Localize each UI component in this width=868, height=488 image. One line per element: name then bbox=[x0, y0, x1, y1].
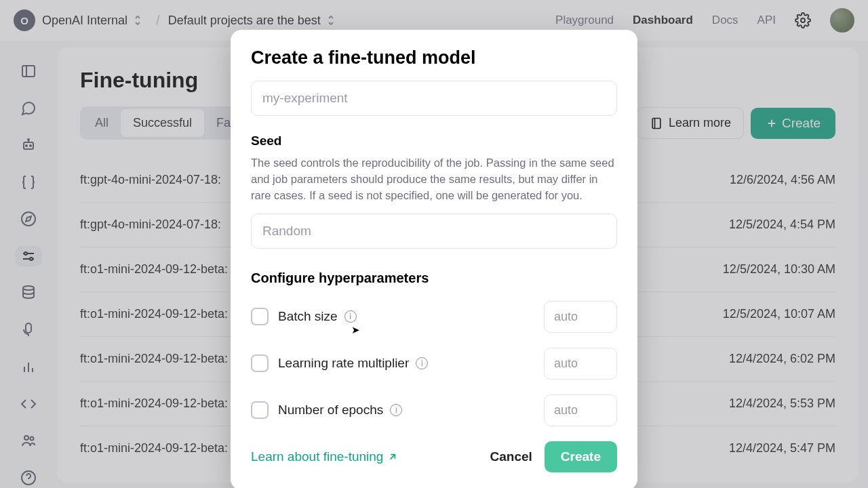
lr-checkbox[interactable] bbox=[251, 354, 269, 372]
suffix-input[interactable] bbox=[251, 81, 617, 116]
lr-info-icon[interactable]: i bbox=[416, 357, 428, 369]
lr-input[interactable] bbox=[544, 348, 617, 380]
epochs-checkbox[interactable] bbox=[251, 401, 269, 419]
modal-create-button[interactable]: Create bbox=[545, 441, 617, 472]
hyperparameters-title: Configure hyperparameters bbox=[251, 270, 617, 286]
batch-info-icon[interactable]: i bbox=[344, 310, 357, 323]
hp-lr-row: Learning rate multiplier i bbox=[251, 348, 617, 380]
cancel-button[interactable]: Cancel bbox=[478, 441, 545, 472]
hp-batch-row: Batch size i bbox=[251, 301, 617, 333]
create-modal: Create a fine-tuned model Seed The seed … bbox=[231, 30, 637, 488]
epochs-info-icon[interactable]: i bbox=[390, 404, 402, 416]
modal-title: Create a fine-tuned model bbox=[251, 47, 617, 68]
batch-label: Batch size bbox=[278, 309, 338, 324]
batch-input[interactable] bbox=[544, 301, 617, 333]
epochs-label: Number of epochs bbox=[278, 403, 383, 418]
learn-link-label: Learn about fine-tuning bbox=[251, 449, 383, 464]
external-icon bbox=[387, 451, 398, 462]
lr-label: Learning rate multiplier bbox=[278, 356, 409, 371]
modal-footer: Learn about fine-tuning Cancel Create bbox=[251, 441, 617, 472]
svg-line-26 bbox=[391, 454, 395, 459]
seed-input[interactable] bbox=[251, 214, 617, 249]
seed-label: Seed bbox=[251, 134, 617, 148]
batch-checkbox[interactable] bbox=[251, 308, 269, 325]
hp-epochs-row: Number of epochs i bbox=[251, 394, 617, 426]
seed-help: The seed controls the reproducibility of… bbox=[251, 155, 617, 204]
learn-link[interactable]: Learn about fine-tuning bbox=[251, 449, 398, 464]
epochs-input[interactable] bbox=[544, 394, 617, 426]
